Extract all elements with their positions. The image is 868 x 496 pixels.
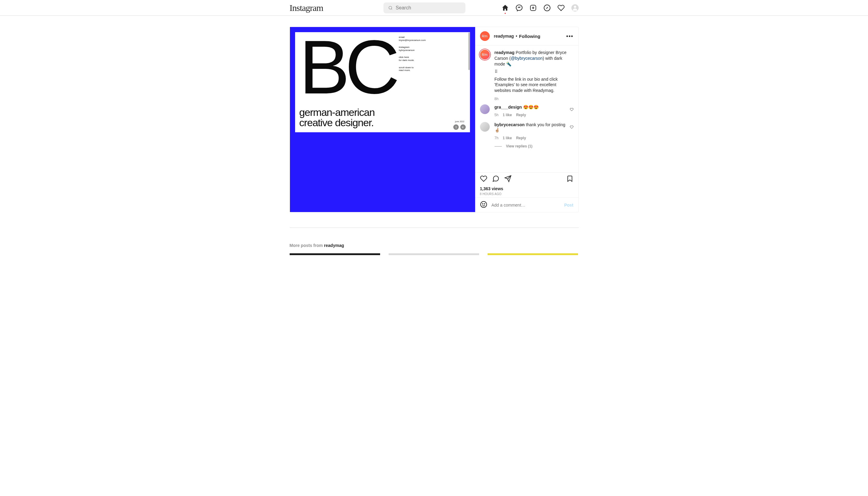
caption-username[interactable]: readymag (495, 50, 514, 55)
post-header: R/m readymag • Following ••• (475, 27, 578, 46)
media-date: june 2022 (455, 121, 464, 123)
like-button[interactable] (480, 175, 487, 183)
media-side-info: email bryce@brycecarson.com instagram by… (399, 36, 426, 76)
media-dark-2: for dark mode. (399, 59, 415, 62)
like-comment-button[interactable] (570, 104, 573, 118)
comment-avatar[interactable] (480, 104, 490, 114)
comment-username[interactable]: bybrycecarson (495, 122, 525, 127)
comments-scroll-area[interactable]: R/m readymag Portfolio by designer Bryce… (475, 46, 578, 172)
media-dark-1: click here (399, 56, 409, 59)
top-nav: Instagram (0, 0, 868, 16)
home-icon[interactable] (502, 4, 509, 12)
view-replies-dash (495, 146, 502, 146)
caption-time: 8h (495, 96, 573, 101)
media-content-frame: BC email bryce@brycecarson.com instagram… (295, 32, 470, 132)
profile-avatar[interactable] (571, 4, 579, 12)
share-button[interactable] (504, 175, 512, 183)
media-ig-value: bybrycecarson (399, 49, 415, 51)
views-count[interactable]: 1,363 views (480, 186, 573, 191)
more-post-thumb[interactable] (389, 253, 479, 255)
media-email-label: email (399, 36, 405, 38)
more-posts-user[interactable]: readymag (324, 243, 344, 248)
comment-meta: 5h 1 like Reply (495, 112, 570, 118)
search-box[interactable] (384, 2, 465, 13)
post-card: BC email bryce@brycecarson.com instagram… (290, 27, 579, 212)
nav-icon-group (502, 4, 579, 12)
comment-reply-button[interactable]: Reply (516, 136, 526, 140)
media-ig-label: instagram (399, 46, 409, 48)
actions-bar: 1,363 views 8 HOURS AGO (475, 172, 578, 198)
media-scrollbar (468, 32, 470, 70)
comment-meta: 7h 1 like Reply (495, 136, 570, 140)
messenger-icon[interactable] (515, 4, 523, 12)
media-email-value: bryce@brycecarson.com (399, 39, 426, 42)
comment-time: 5h (495, 112, 498, 118)
more-post-thumb[interactable] (488, 253, 578, 255)
comment-body: gra___design 😍😍😍 5h 1 like Reply (495, 104, 570, 118)
author-avatar[interactable]: R/m (480, 31, 490, 41)
more-posts-section: More posts from readymag (290, 228, 579, 255)
more-options-button[interactable]: ••• (566, 33, 573, 40)
media-subtitle: german-american creative designer. (299, 107, 375, 128)
notification-dot (505, 13, 506, 14)
post-media[interactable]: BC email bryce@brycecarson.com instagram… (290, 27, 475, 212)
caption-avatar[interactable]: R/m (480, 50, 490, 60)
search-icon (388, 5, 392, 10)
more-posts-title: More posts from readymag (290, 243, 579, 248)
comment-text: 😍😍😍 (522, 105, 539, 109)
explore-icon[interactable] (543, 4, 551, 12)
follow-status[interactable]: Following (519, 34, 540, 39)
comment-reply-button[interactable]: Reply (516, 112, 526, 118)
comment-username[interactable]: gra___design (495, 105, 522, 109)
emoji-picker-button[interactable] (480, 201, 487, 209)
save-button[interactable] (566, 175, 573, 183)
svg-point-12 (484, 204, 485, 204)
comment-row: gra___design 😍😍😍 5h 1 like Reply (480, 104, 573, 118)
like-comment-button[interactable] (570, 122, 573, 141)
svg-point-10 (481, 201, 487, 207)
activity-heart-icon[interactable] (557, 4, 565, 12)
comment-likes[interactable]: 1 like (503, 112, 512, 118)
comment-likes[interactable]: 1 like (503, 136, 512, 140)
svg-point-7 (574, 5, 576, 7)
comment-avatar[interactable] (480, 122, 490, 131)
more-posts-label: More posts from (290, 243, 324, 248)
menu-pill-icon: ≡ (460, 124, 466, 130)
add-comment-row: Post (475, 198, 578, 212)
comment-button[interactable] (492, 175, 499, 183)
svg-marker-6 (546, 7, 548, 9)
view-replies-button[interactable]: View replies (1) (495, 144, 573, 148)
media-pills: ⇧ ≡ (453, 124, 466, 130)
author-username[interactable]: readymag (494, 34, 514, 38)
media-scroll-2: read more. (399, 69, 411, 72)
svg-point-11 (482, 204, 483, 204)
post-sidebar: R/m readymag • Following ••• R/m readyma… (475, 27, 578, 212)
media-initials: BC (299, 35, 466, 100)
svg-line-1 (391, 9, 392, 10)
post-comment-button[interactable]: Post (564, 203, 573, 207)
caption-row: R/m readymag Portfolio by designer Bryce… (480, 50, 573, 101)
view-replies-label: View replies (1) (506, 144, 533, 148)
brand-logo[interactable]: Instagram (290, 3, 323, 13)
top-nav-inner: Instagram (290, 0, 579, 15)
comment-row: bybrycecarson thank you for posting🤞🏼 7h… (480, 122, 573, 141)
more-post-thumb[interactable] (290, 253, 380, 255)
actions-icons (480, 175, 573, 183)
comment-time: 7h (495, 136, 498, 140)
new-post-icon[interactable] (529, 4, 537, 12)
search-input[interactable] (395, 5, 461, 11)
svg-point-0 (389, 6, 392, 9)
post-timestamp: 8 HOURS AGO (480, 192, 573, 196)
more-posts-row (290, 253, 579, 255)
section-divider (290, 228, 579, 228)
caption-line2: ⠿ (495, 69, 573, 75)
add-comment-input[interactable] (492, 203, 560, 207)
caption-mention[interactable]: @bybrycecarson (511, 56, 542, 61)
separator-dot: • (516, 34, 517, 38)
media-subtitle-1: german-american (299, 107, 375, 118)
comment-body: bybrycecarson thank you for posting🤞🏼 7h… (495, 122, 570, 141)
share-pill-icon: ⇧ (453, 124, 459, 130)
caption-body: readymag Portfolio by designer Bryce Car… (495, 50, 573, 101)
caption-line3: Follow the link in our bio and click 'Ex… (495, 76, 573, 94)
main-container: BC email bryce@brycecarson.com instagram… (290, 27, 579, 212)
